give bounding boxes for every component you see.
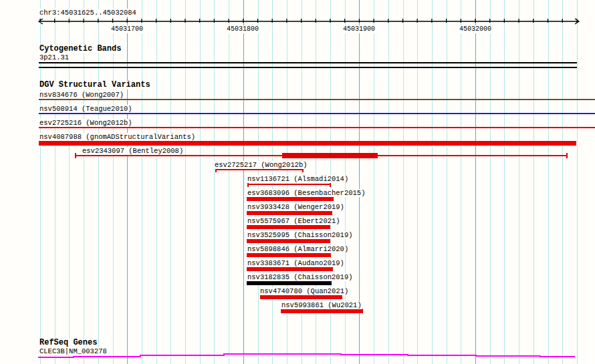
refseq-gene-name[interactable]: CLEC3B|NM_003278 — [39, 347, 108, 355]
ruler-tick-label: 45031700 — [111, 25, 143, 33]
ruler-tick-label: 45031900 — [343, 25, 375, 33]
variant-label[interactable]: esv3683096 (Besenbacher2015) — [247, 189, 366, 197]
variant-label[interactable]: nsv834676 (Wong2007) — [39, 91, 124, 99]
variant-label[interactable]: nsv3933428 (Wenger2019) — [247, 203, 345, 211]
region-title: chr3:45031625..45032084 — [39, 9, 137, 17]
variant-label[interactable]: nsv1136721 (Alsmadi2014) — [247, 175, 349, 183]
variant-label[interactable]: esv2343097 (Bentley2008) — [82, 147, 184, 155]
variant-label[interactable]: nsv3525995 (Chaisson2019) — [247, 231, 354, 239]
ruler-tick-label: 45031800 — [227, 25, 259, 33]
variant-label[interactable]: nsv3182835 (Chaisson2019) — [247, 273, 354, 281]
variant-label[interactable]: nsv508914 (Teague2010) — [39, 105, 133, 113]
variant-label[interactable]: esv2725216 (Wong2012b) — [39, 119, 133, 127]
variant-label[interactable]: nsv5575967 (Ebert2021) — [247, 217, 341, 225]
variant-label[interactable]: nsv5898846 (Almarri2020) — [247, 245, 349, 253]
cytoband-name[interactable]: 3p21.31 — [39, 53, 70, 61]
variant-label[interactable]: nsv3383671 (Audano2019) — [247, 259, 345, 267]
dgv-section-title: DGV Structural Variants — [39, 81, 151, 89]
cytobands-section-title: Cytogenetic Bands — [39, 45, 122, 53]
variant-label[interactable]: nsv4740780 (Quan2021) — [259, 287, 349, 295]
ruler-tick-label: 45032000 — [459, 25, 491, 33]
genome-browser-view: chr3:45031625..45032084 4503170045031800… — [0, 0, 595, 364]
variant-label[interactable]: nsv5993861 (Wu2021) — [281, 301, 362, 309]
variant-label[interactable]: nsv4087988 (gnomADStructuralVariants) — [39, 133, 196, 141]
refseq-section-title: RefSeq Genes — [39, 339, 98, 347]
variant-label[interactable]: esv2725217 (Wong2012b) — [214, 161, 308, 169]
